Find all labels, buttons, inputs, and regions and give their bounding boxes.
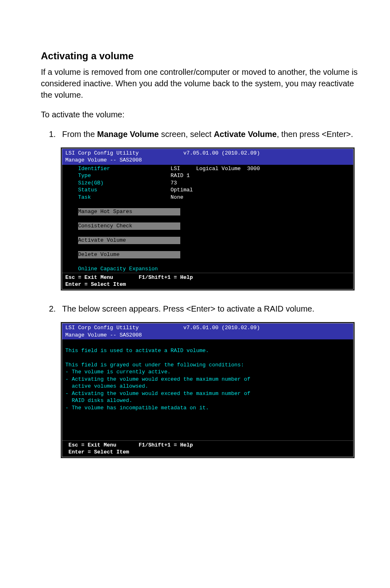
bios1-field-status: Status (78, 187, 170, 193)
bios1-menu-consistency[interactable]: Consistency Check (78, 222, 180, 230)
bios-screenshot-2: LSI Corp Config Utility v7.05.01.00 (201… (61, 322, 355, 458)
bios1-field-type: Type (78, 173, 170, 179)
bios1-titlebar: LSI Corp Config Utility v7.05.01.00 (201… (62, 149, 353, 165)
step-2: The below screen appears. Press <Enter> … (58, 303, 365, 314)
bios1-menu-hot-spares[interactable]: Manage Hot Spares (78, 208, 180, 215)
bios1-menu-online[interactable]: Online Capacity Expansion (78, 266, 158, 272)
bios1-menu-delete[interactable]: Delete Volume (78, 251, 180, 258)
bios1-footer: Esc = Exit Menu F1/Shift+1 = Help Enter … (62, 273, 353, 289)
intro-paragraph: If a volume is removed from one controll… (41, 66, 365, 101)
bios-screenshot-1: LSI Corp Config Utility v7.05.01.00 (201… (61, 147, 355, 291)
bios2-titlebar: LSI Corp Config Utility v7.05.01.00 (201… (62, 323, 353, 340)
step1-text-b: screen, select (159, 130, 214, 139)
bios1-field-task: Task (78, 194, 170, 200)
bios2-main: This field is used to activate a RAID vo… (62, 340, 353, 440)
step-1: From the Manage Volume screen, select Ac… (58, 128, 365, 140)
step1-bold-2: Activate Volume (214, 130, 277, 139)
step-list-2: The below screen appears. Press <Enter> … (41, 303, 365, 314)
step1-text-c: , then press <Enter>. (277, 130, 353, 139)
bios1-field-identifier: Identifier (78, 166, 170, 172)
bios1-menu-activate[interactable]: Activate Volume (78, 237, 180, 244)
step-list: From the Manage Volume screen, select Ac… (41, 128, 365, 140)
bios1-field-size: Size(GB) (78, 180, 170, 186)
step1-bold-1: Manage Volume (97, 130, 159, 139)
step1-text-a: From the (62, 130, 97, 139)
section-heading: Activating a volume (41, 49, 365, 63)
bios1-main: Identifier LSI Logical Volume 3000 Type … (62, 165, 353, 273)
lead-paragraph: To activate the volume: (41, 109, 365, 120)
bios2-footer: Esc = Exit Menu F1/Shift+1 = Help Enter … (62, 440, 353, 457)
